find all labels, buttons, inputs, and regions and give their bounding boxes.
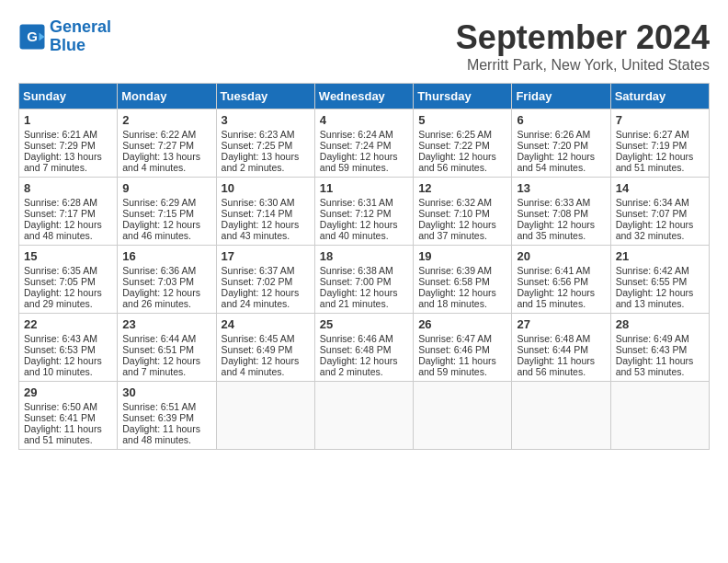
day-info-line: Sunrise: 6:37 AM [222,265,310,276]
logo-icon: G [18,23,46,51]
day-number: 5 [418,113,506,127]
day-info-line: Daylight: 12 hours [616,287,704,298]
day-info-line: and 51 minutes. [24,434,112,445]
day-info-line: and 48 minutes. [122,434,210,445]
day-info-line: and 59 minutes. [320,162,408,173]
day-number: 12 [418,181,506,195]
day-info-line: Sunrise: 6:51 AM [122,401,210,412]
day-info-line: and 2 minutes. [222,162,310,173]
calendar-cell: 4Sunrise: 6:24 AMSunset: 7:24 PMDaylight… [314,109,413,178]
day-info-line: Daylight: 11 hours [418,355,506,366]
day-info-line: Sunrise: 6:49 AM [616,333,704,344]
day-info-line: Sunset: 7:07 PM [616,208,704,219]
calendar-cell: 13Sunrise: 6:33 AMSunset: 7:08 PMDayligh… [512,178,610,246]
calendar-cell: 19Sunrise: 6:39 AMSunset: 6:58 PMDayligh… [414,246,512,314]
calendar-week-3: 15Sunrise: 6:35 AMSunset: 7:05 PMDayligh… [19,246,710,314]
day-info-line: Sunset: 6:46 PM [418,344,506,355]
day-info-line: Sunrise: 6:38 AM [320,265,408,276]
day-info-line: Daylight: 12 hours [418,219,506,230]
calendar-cell: 29Sunrise: 6:50 AMSunset: 6:41 PMDayligh… [19,382,118,450]
day-info-line: Daylight: 12 hours [418,151,506,162]
day-info-line: Daylight: 12 hours [517,151,605,162]
day-info-line: Sunset: 7:03 PM [122,276,210,287]
day-info-line: Daylight: 12 hours [418,287,506,298]
day-info-line: Sunrise: 6:32 AM [418,197,506,208]
calendar-week-5: 29Sunrise: 6:50 AMSunset: 6:41 PMDayligh… [19,382,710,450]
day-info-line: and 18 minutes. [418,298,506,309]
col-header-sunday: Sunday [19,84,118,109]
day-info-line: Sunset: 6:43 PM [616,344,704,355]
day-number: 19 [418,249,506,263]
day-info-line: Sunset: 7:10 PM [418,208,506,219]
day-info-line: Sunrise: 6:29 AM [122,197,210,208]
col-header-wednesday: Wednesday [314,84,413,109]
calendar-cell: 30Sunrise: 6:51 AMSunset: 6:39 PMDayligh… [118,382,216,450]
calendar-cell: 21Sunrise: 6:42 AMSunset: 6:55 PMDayligh… [610,246,709,314]
calendar-header-row: SundayMondayTuesdayWednesdayThursdayFrid… [19,84,710,109]
calendar-cell [610,382,709,450]
day-number: 9 [122,181,210,195]
day-info-line: Daylight: 11 hours [24,423,112,434]
day-number: 26 [418,317,506,331]
day-number: 28 [616,317,704,331]
day-info-line: Daylight: 12 hours [222,355,310,366]
calendar-cell: 24Sunrise: 6:45 AMSunset: 6:49 PMDayligh… [216,314,314,382]
day-info-line: Sunset: 7:12 PM [320,208,408,219]
day-info-line: Sunrise: 6:41 AM [517,265,605,276]
day-info-line: Daylight: 12 hours [517,219,605,230]
day-number: 29 [24,385,112,399]
day-info-line: and 32 minutes. [616,230,704,241]
day-info-line: Daylight: 12 hours [24,219,112,230]
day-info-line: Sunset: 6:55 PM [616,276,704,287]
calendar-cell: 11Sunrise: 6:31 AMSunset: 7:12 PMDayligh… [314,178,413,246]
day-number: 14 [616,181,704,195]
day-info-line: and 26 minutes. [122,298,210,309]
day-info-line: Sunset: 6:44 PM [517,344,605,355]
day-number: 11 [320,181,408,195]
day-info-line: and 54 minutes. [517,162,605,173]
day-info-line: Daylight: 12 hours [24,287,112,298]
calendar-body: 1Sunrise: 6:21 AMSunset: 7:29 PMDaylight… [19,109,710,450]
day-info-line: Daylight: 12 hours [320,151,408,162]
day-info-line: Sunset: 6:49 PM [222,344,310,355]
day-number: 15 [24,249,112,263]
col-header-thursday: Thursday [414,84,512,109]
day-info-line: Daylight: 12 hours [222,219,310,230]
day-info-line: and 51 minutes. [616,162,704,173]
day-number: 30 [122,385,210,399]
day-info-line: Daylight: 12 hours [122,219,210,230]
day-info-line: Sunset: 7:20 PM [517,140,605,151]
day-info-line: Sunset: 6:41 PM [24,412,112,423]
day-info-line: Sunrise: 6:22 AM [122,129,210,140]
calendar-week-1: 1Sunrise: 6:21 AMSunset: 7:29 PMDaylight… [19,109,710,178]
day-number: 13 [517,181,605,195]
calendar-cell: 5Sunrise: 6:25 AMSunset: 7:22 PMDaylight… [414,109,512,178]
day-info-line: Sunset: 7:25 PM [222,140,310,151]
day-info-line: Sunrise: 6:25 AM [418,129,506,140]
day-info-line: Daylight: 13 hours [24,151,112,162]
day-info-line: Daylight: 12 hours [24,355,112,366]
calendar-cell [314,382,413,450]
day-info-line: Sunrise: 6:33 AM [517,197,605,208]
day-info-line: Sunset: 6:58 PM [418,276,506,287]
day-info-line: and 10 minutes. [24,366,112,377]
day-info-line: Sunrise: 6:27 AM [616,129,704,140]
day-number: 25 [320,317,408,331]
day-number: 24 [222,317,310,331]
day-number: 21 [616,249,704,263]
day-info-line: Sunrise: 6:30 AM [222,197,310,208]
day-info-line: and 37 minutes. [418,230,506,241]
day-number: 16 [122,249,210,263]
day-info-line: and 43 minutes. [222,230,310,241]
day-info-line: Daylight: 11 hours [122,423,210,434]
day-info-line: Daylight: 12 hours [320,355,408,366]
day-number: 1 [24,113,112,127]
day-info-line: Sunset: 6:39 PM [122,412,210,423]
col-header-saturday: Saturday [610,84,709,109]
day-number: 22 [24,317,112,331]
day-info-line: Sunrise: 6:31 AM [320,197,408,208]
day-info-line: and 53 minutes. [616,366,704,377]
day-number: 2 [122,113,210,127]
day-info-line: Sunrise: 6:36 AM [122,265,210,276]
day-info-line: Sunrise: 6:50 AM [24,401,112,412]
